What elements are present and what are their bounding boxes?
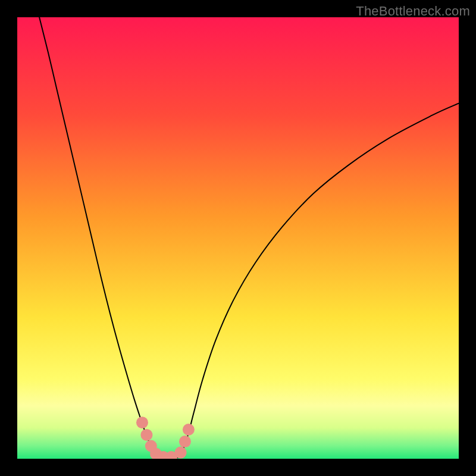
chart-frame: TheBottleneck.com xyxy=(0,0,476,476)
highlight-dot xyxy=(179,436,191,447)
chart-svg xyxy=(17,17,459,459)
highlight-dot xyxy=(183,424,195,436)
highlight-dot xyxy=(136,416,148,428)
highlight-dot xyxy=(175,447,187,459)
highlight-dot xyxy=(140,429,152,441)
plot-area xyxy=(17,17,459,459)
gradient-background xyxy=(17,17,459,459)
